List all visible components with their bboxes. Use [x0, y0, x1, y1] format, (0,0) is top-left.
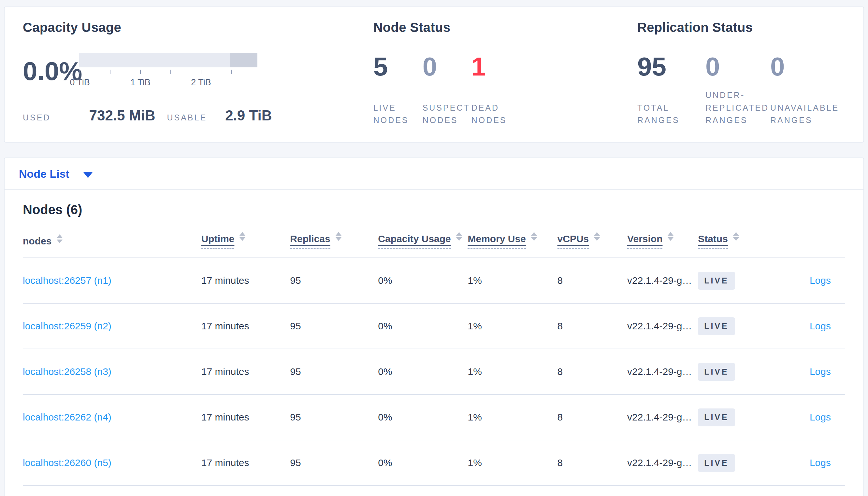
capacity-axis-ticks	[79, 69, 257, 75]
memory-cell: 1%	[467, 440, 557, 485]
header-status[interactable]: Status	[698, 232, 764, 258]
sort-icon[interactable]	[239, 232, 245, 241]
logs-link[interactable]: Logs	[810, 412, 831, 422]
suspect-nodes-count: 0	[423, 52, 472, 81]
table-row: localhost:26260 (n5) 17 minutes 95 0% 1%…	[23, 440, 845, 485]
nodes-table: nodes Uptime Replicas Capacity Usage Mem…	[23, 232, 845, 486]
sort-icon[interactable]	[531, 232, 537, 241]
node-list-dropdown-label: Node List	[19, 168, 70, 180]
sort-icon[interactable]	[733, 232, 739, 241]
node-link[interactable]: localhost:26259 (n2)	[23, 321, 111, 331]
status-badge: LIVE	[698, 454, 735, 472]
live-nodes-label: LIVE NODES	[373, 102, 413, 127]
header-replicas[interactable]: Replicas	[290, 232, 378, 258]
version-cell: v22.1.4-29-g…	[627, 394, 698, 440]
node-list-dropdown[interactable]: Node List	[19, 168, 93, 180]
node-link[interactable]: localhost:26262 (n4)	[23, 412, 111, 422]
capacity-bar-tail	[230, 53, 257, 67]
live-nodes-stat: 5 LIVE NODES	[373, 52, 423, 127]
header-memory-use[interactable]: Memory Use	[467, 232, 557, 258]
chevron-down-icon	[83, 172, 93, 178]
live-nodes-count: 5	[373, 52, 423, 81]
replicas-cell: 95	[290, 394, 378, 440]
dead-nodes-count: 1	[472, 52, 524, 81]
replication-status-title: Replication Status	[637, 20, 845, 35]
status-badge: LIVE	[698, 363, 735, 381]
version-cell: v22.1.4-29-g…	[627, 303, 698, 349]
node-link[interactable]: localhost:26257 (n1)	[23, 275, 111, 286]
table-row: localhost:26259 (n2) 17 minutes 95 0% 1%…	[23, 303, 845, 349]
node-link[interactable]: localhost:26260 (n5)	[23, 457, 111, 468]
table-row: localhost:26257 (n1) 17 minutes 95 0% 1%…	[23, 258, 845, 303]
unavailable-ranges-count: 0	[770, 52, 845, 81]
unavailable-ranges-stat: 0 UNAVAILABLE RANGES	[770, 52, 845, 127]
logs-link[interactable]: Logs	[810, 321, 831, 331]
usable-value: 2.9 TiB	[225, 107, 272, 124]
vcpus-cell: 8	[557, 258, 628, 303]
uptime-cell: 17 minutes	[201, 349, 290, 394]
version-cell: v22.1.4-29-g…	[627, 258, 698, 303]
total-ranges-label: TOTAL RANGES	[637, 102, 685, 127]
capacity-cell: 0%	[378, 303, 467, 349]
capacity-cell: 0%	[378, 258, 467, 303]
vcpus-cell: 8	[557, 440, 628, 485]
used-value: 732.5 MiB	[89, 107, 155, 124]
view-selector-bar: Node List	[4, 158, 864, 190]
replicas-cell: 95	[290, 258, 378, 303]
sort-icon[interactable]	[668, 232, 673, 241]
replication-status-section: Replication Status 95 TOTAL RANGES 0 UND…	[637, 20, 845, 142]
replicas-cell: 95	[290, 349, 378, 394]
sort-icon[interactable]	[57, 234, 62, 243]
status-badge: LIVE	[698, 272, 735, 290]
under-replicated-ranges-stat: 0 UNDER-REPLICATED RANGES	[705, 52, 770, 127]
memory-cell: 1%	[467, 258, 557, 303]
vcpus-cell: 8	[557, 349, 628, 394]
total-ranges-count: 95	[637, 52, 705, 81]
uptime-cell: 17 minutes	[201, 394, 290, 440]
replicas-cell: 95	[290, 440, 378, 485]
node-link[interactable]: localhost:26258 (n3)	[23, 366, 111, 377]
capacity-cell: 0%	[378, 440, 467, 485]
vcpus-cell: 8	[557, 303, 628, 349]
dead-nodes-label: DEAD NODES	[472, 102, 514, 127]
nodes-table-section: Nodes (6) nodes Uptime Replicas Capacity…	[4, 190, 864, 486]
table-row: localhost:26258 (n3) 17 minutes 95 0% 1%…	[23, 349, 845, 394]
header-version[interactable]: Version	[627, 232, 698, 258]
node-list-card: Node List Nodes (6) nodes Uptime Replica…	[4, 157, 864, 496]
logs-link[interactable]: Logs	[810, 275, 831, 286]
header-nodes[interactable]: nodes	[23, 232, 201, 258]
header-logs	[765, 232, 845, 258]
suspect-nodes-label: SUSPECT NODES	[423, 102, 472, 127]
sort-icon[interactable]	[594, 232, 600, 241]
status-badge: LIVE	[698, 317, 735, 335]
status-badge: LIVE	[698, 408, 735, 427]
capacity-cell: 0%	[378, 394, 467, 440]
capacity-bar-track	[79, 53, 257, 67]
axis-label-0tib: 0 TiB	[70, 77, 90, 88]
replicas-cell: 95	[290, 303, 378, 349]
cluster-overview-page: Capacity Usage 0.0%	[0, 0, 868, 496]
total-ranges-stat: 95 TOTAL RANGES	[637, 52, 705, 127]
unavailable-ranges-label: UNAVAILABLE RANGES	[770, 102, 845, 127]
table-row: localhost:26262 (n4) 17 minutes 95 0% 1%…	[23, 394, 845, 440]
version-cell: v22.1.4-29-g…	[627, 349, 698, 394]
logs-link[interactable]: Logs	[810, 366, 831, 377]
node-status-section: Node Status 5 LIVE NODES 0 SUSPECT NODES…	[373, 20, 637, 142]
table-header-row: nodes Uptime Replicas Capacity Usage Mem…	[23, 232, 845, 258]
capacity-usage-title: Capacity Usage	[23, 20, 373, 35]
vcpus-cell: 8	[557, 394, 628, 440]
dead-nodes-stat: 1 DEAD NODES	[472, 52, 524, 127]
capacity-usage-section: Capacity Usage 0.0%	[23, 20, 373, 142]
logs-link[interactable]: Logs	[810, 457, 831, 468]
header-vcpus[interactable]: vCPUs	[557, 232, 628, 258]
uptime-cell: 17 minutes	[201, 440, 290, 485]
under-replicated-label: UNDER-REPLICATED RANGES	[705, 89, 770, 127]
header-uptime[interactable]: Uptime	[201, 232, 290, 258]
version-cell: v22.1.4-29-g…	[627, 440, 698, 485]
sort-icon[interactable]	[335, 232, 342, 241]
capacity-bar-chart: 0 TiB 1 TiB 2 TiB	[79, 53, 257, 89]
axis-label-2tib: 2 TiB	[191, 77, 211, 88]
sort-icon[interactable]	[456, 232, 462, 241]
header-capacity-usage[interactable]: Capacity Usage	[378, 232, 467, 258]
axis-label-1tib: 1 TiB	[130, 77, 151, 88]
